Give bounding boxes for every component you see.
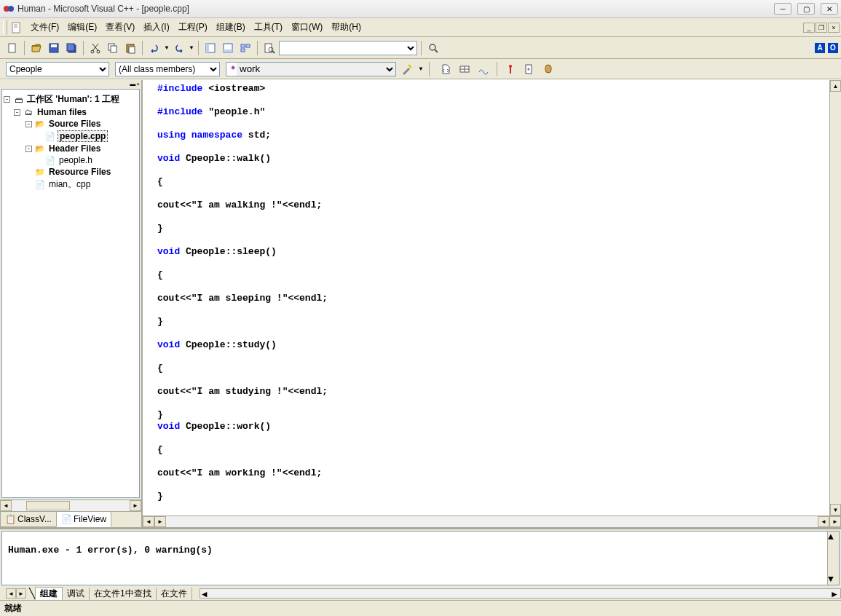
menu-window[interactable]: 窗口(W) bbox=[287, 20, 327, 35]
minimize-button[interactable]: ─ bbox=[774, 3, 791, 15]
scroll-left-icon[interactable]: ◄ bbox=[143, 516, 154, 527]
sidebar-pin-icon[interactable]: ▬ bbox=[130, 81, 135, 87]
title-bar: Human - Microsoft Visual C++ - [people.c… bbox=[0, 0, 841, 18]
tab-fileview[interactable]: 📄FileView bbox=[56, 512, 111, 527]
svg-rect-7 bbox=[51, 44, 57, 47]
members-combo[interactable]: (All class members) bbox=[115, 62, 220, 76]
tab-scroll-right-icon[interactable]: ► bbox=[16, 588, 26, 599]
tree-project[interactable]: Human files bbox=[36, 107, 88, 117]
scroll-right-icon[interactable]: ► bbox=[154, 516, 166, 527]
sidebar-close-icon[interactable]: × bbox=[136, 81, 140, 87]
output-tab-debug[interactable]: 调试 bbox=[63, 588, 90, 600]
scroll-right-icon[interactable]: ► bbox=[829, 516, 841, 527]
svg-rect-21 bbox=[246, 44, 250, 47]
svg-rect-22 bbox=[241, 49, 245, 52]
tree-header-folder[interactable]: Header Files bbox=[47, 143, 102, 154]
output-button[interactable] bbox=[220, 40, 236, 56]
undo-button[interactable] bbox=[146, 40, 162, 56]
redo-dropdown[interactable]: ▼ bbox=[189, 44, 194, 51]
tree-workspace[interactable]: 工作区 'Human': 1 工程 bbox=[25, 93, 121, 106]
paste-button[interactable] bbox=[122, 40, 138, 56]
output-vscrollbar[interactable]: ▲ ▼ bbox=[827, 532, 839, 585]
menu-edit[interactable]: 编辑(E) bbox=[63, 20, 101, 35]
tree-collapse-icon[interactable]: - bbox=[25, 146, 32, 152]
copy-button[interactable] bbox=[105, 40, 121, 56]
execute-button[interactable] bbox=[502, 61, 518, 77]
folder-open-icon: 📂 bbox=[34, 143, 46, 154]
close-button[interactable]: ✕ bbox=[821, 3, 838, 15]
scroll-down-icon[interactable]: ▼ bbox=[828, 574, 834, 585]
tree-hscrollbar[interactable]: ◄ ► bbox=[0, 499, 141, 511]
compile-button[interactable] bbox=[438, 61, 454, 77]
wizard-dropdown[interactable]: ▼ bbox=[418, 66, 424, 72]
menu-insert[interactable]: 插入(I) bbox=[139, 20, 173, 35]
class-combo[interactable]: Cpeople bbox=[6, 62, 109, 76]
output-hscrollbar[interactable]: ◄ ► bbox=[200, 588, 841, 599]
breakpoint-button[interactable] bbox=[540, 61, 556, 77]
redo-button[interactable] bbox=[171, 40, 187, 56]
scroll-up-icon[interactable]: ▲ bbox=[828, 532, 839, 542]
menu-help[interactable]: 帮助(H) bbox=[327, 20, 366, 35]
code-editor[interactable]: #include <iostream> #include "people.h" … bbox=[143, 80, 841, 505]
output-pane: Human.exe - 1 error(s), 0 warning(s) ▲ ▼… bbox=[0, 527, 841, 600]
tree-collapse-icon[interactable]: - bbox=[25, 121, 32, 127]
find-combo[interactable] bbox=[279, 41, 417, 55]
output-tab-build[interactable]: 组建 bbox=[35, 587, 63, 600]
maximize-button[interactable]: ▢ bbox=[797, 3, 815, 15]
toolbar-gripper[interactable] bbox=[3, 20, 7, 35]
menu-view[interactable]: 查看(V) bbox=[101, 20, 139, 35]
find-button[interactable] bbox=[425, 40, 441, 56]
save-button[interactable] bbox=[46, 40, 62, 56]
svg-line-27 bbox=[435, 50, 438, 52]
mdi-restore-button[interactable]: ❐ bbox=[816, 23, 827, 33]
status-bar: 就绪 bbox=[0, 600, 841, 616]
tree-file-main-cpp[interactable]: mian。cpp bbox=[47, 178, 92, 191]
cut-button[interactable] bbox=[87, 40, 103, 56]
find-in-files-button[interactable] bbox=[261, 40, 277, 56]
tree-file-people-cpp[interactable]: people.cpp bbox=[58, 130, 108, 142]
workspace-button[interactable] bbox=[202, 40, 218, 56]
stop-build-button[interactable] bbox=[475, 61, 491, 77]
editor-hscrollbar[interactable]: ◄ ► ◄ ► bbox=[143, 516, 841, 527]
editor-vscrollbar[interactable]: ▲ ▼ bbox=[829, 80, 841, 516]
go-button[interactable] bbox=[521, 61, 537, 77]
svg-rect-2 bbox=[12, 23, 20, 33]
function-combo[interactable]: work bbox=[237, 63, 395, 76]
scroll-up-icon[interactable]: ▲ bbox=[830, 80, 841, 92]
menu-build[interactable]: 组建(B) bbox=[212, 20, 250, 35]
tab-classview[interactable]: 📋ClassV... bbox=[0, 512, 57, 527]
file-tree[interactable]: -🗃工作区 'Human': 1 工程 -🗂Human files -📂Sour… bbox=[1, 89, 140, 498]
svg-rect-15 bbox=[129, 47, 135, 53]
cpp-file-icon: 📄 bbox=[34, 180, 46, 190]
output-window[interactable]: Human.exe - 1 error(s), 0 warning(s) ▲ ▼ bbox=[1, 531, 840, 585]
tree-collapse-icon[interactable]: - bbox=[14, 109, 20, 116]
scroll-left-icon[interactable]: ◄ bbox=[0, 500, 12, 511]
tree-file-people-h[interactable]: people.h bbox=[58, 155, 94, 165]
open-button[interactable] bbox=[28, 40, 44, 56]
tab-scroll-left-icon[interactable]: ◄ bbox=[6, 588, 16, 599]
undo-dropdown[interactable]: ▼ bbox=[164, 44, 170, 51]
save-all-button[interactable] bbox=[63, 40, 79, 56]
menu-project[interactable]: 工程(P) bbox=[174, 20, 212, 35]
new-file-button[interactable] bbox=[4, 40, 20, 56]
tree-collapse-icon[interactable]: - bbox=[4, 96, 10, 103]
mdi-close-button[interactable]: × bbox=[828, 23, 840, 33]
tree-resource-folder[interactable]: Resource Files bbox=[47, 167, 112, 177]
window-list-button[interactable] bbox=[237, 40, 253, 56]
menu-file[interactable]: 文件(F) bbox=[26, 20, 63, 35]
scroll-thumb[interactable] bbox=[26, 501, 70, 510]
scroll-left-icon[interactable]: ◄ bbox=[200, 589, 210, 598]
scroll-right-icon[interactable]: ► bbox=[830, 589, 840, 598]
wizard-action-button[interactable] bbox=[399, 61, 415, 77]
scroll-right-icon[interactable]: ► bbox=[130, 500, 141, 511]
scroll-left-icon[interactable]: ◄ bbox=[818, 516, 829, 527]
mdi-minimize-button[interactable]: _ bbox=[803, 23, 815, 33]
tree-source-folder[interactable]: Source Files bbox=[47, 119, 102, 129]
menu-tools[interactable]: 工具(T) bbox=[250, 20, 287, 35]
scroll-down-icon[interactable]: ▼ bbox=[830, 504, 841, 516]
menu-bar: 文件(F) 编辑(E) 查看(V) 插入(I) 工程(P) 组建(B) 工具(T… bbox=[0, 18, 841, 37]
build-button[interactable] bbox=[457, 61, 473, 77]
folder-icon: 📁 bbox=[34, 167, 46, 177]
output-tab-find1[interactable]: 在文件1中查找 bbox=[90, 588, 157, 600]
output-tab-find2[interactable]: 在文件 bbox=[157, 588, 192, 600]
